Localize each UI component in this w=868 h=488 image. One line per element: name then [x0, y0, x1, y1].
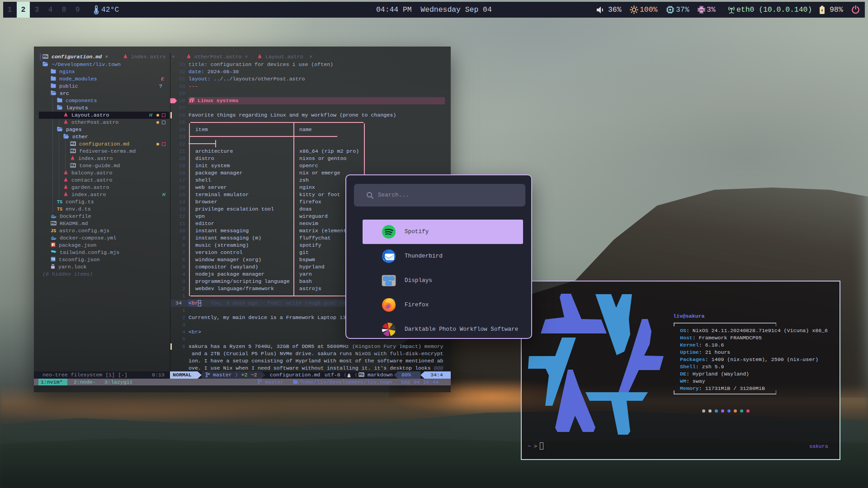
svg-text:1: 1	[190, 99, 192, 102]
svg-text:TS: TS	[51, 258, 55, 261]
svg-text:GN: GN	[699, 9, 703, 11]
